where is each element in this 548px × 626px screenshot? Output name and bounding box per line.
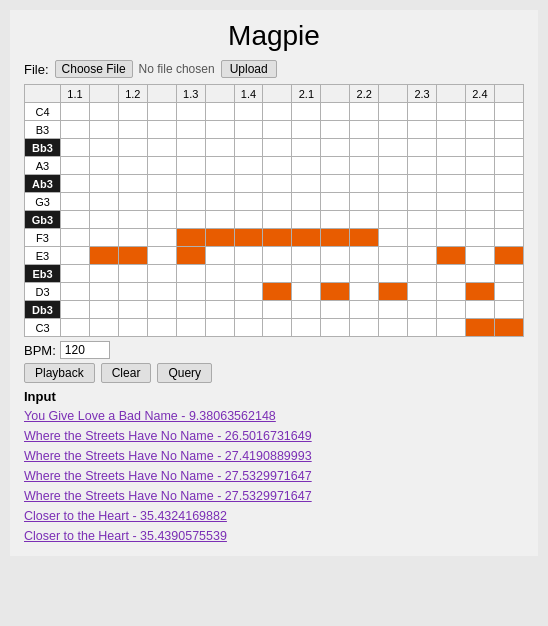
grid-cell[interactable]: [61, 193, 90, 211]
grid-cell[interactable]: [61, 229, 90, 247]
grid-cell[interactable]: [205, 157, 234, 175]
grid-cell[interactable]: [321, 103, 350, 121]
grid-cell[interactable]: [147, 283, 176, 301]
grid-cell[interactable]: [234, 283, 263, 301]
grid-cell[interactable]: [263, 229, 292, 247]
grid-cell[interactable]: [321, 211, 350, 229]
grid-cell[interactable]: [321, 157, 350, 175]
grid-cell[interactable]: [205, 247, 234, 265]
grid-cell[interactable]: [176, 157, 205, 175]
grid-cell[interactable]: [437, 103, 466, 121]
grid-cell[interactable]: [437, 247, 466, 265]
grid-cell[interactable]: [61, 175, 90, 193]
grid-cell[interactable]: [61, 319, 90, 337]
grid-cell[interactable]: [89, 283, 118, 301]
grid-cell[interactable]: [292, 283, 321, 301]
grid-cell[interactable]: [292, 175, 321, 193]
grid-cell[interactable]: [61, 157, 90, 175]
grid-cell[interactable]: [437, 139, 466, 157]
grid-cell[interactable]: [89, 211, 118, 229]
grid-cell[interactable]: [263, 139, 292, 157]
grid-cell[interactable]: [437, 157, 466, 175]
grid-cell[interactable]: [379, 319, 408, 337]
grid-cell[interactable]: [350, 229, 379, 247]
grid-cell[interactable]: [61, 103, 90, 121]
grid-cell[interactable]: [234, 319, 263, 337]
grid-cell[interactable]: [147, 193, 176, 211]
grid-cell[interactable]: [176, 121, 205, 139]
grid-cell[interactable]: [350, 319, 379, 337]
grid-cell[interactable]: [147, 139, 176, 157]
grid-cell[interactable]: [321, 265, 350, 283]
grid-cell[interactable]: [147, 265, 176, 283]
grid-cell[interactable]: [292, 139, 321, 157]
grid-cell[interactable]: [176, 229, 205, 247]
grid-cell[interactable]: [89, 103, 118, 121]
input-link[interactable]: Where the Streets Have No Name - 27.5329…: [24, 466, 524, 486]
grid-cell[interactable]: [465, 229, 494, 247]
grid-cell[interactable]: [379, 121, 408, 139]
grid-cell[interactable]: [118, 247, 147, 265]
grid-cell[interactable]: [292, 319, 321, 337]
grid-cell[interactable]: [234, 103, 263, 121]
grid-cell[interactable]: [379, 301, 408, 319]
grid-cell[interactable]: [465, 103, 494, 121]
grid-cell[interactable]: [205, 229, 234, 247]
grid-cell[interactable]: [494, 193, 523, 211]
grid-cell[interactable]: [292, 157, 321, 175]
grid-cell[interactable]: [263, 319, 292, 337]
grid-cell[interactable]: [147, 157, 176, 175]
grid-cell[interactable]: [379, 175, 408, 193]
grid-cell[interactable]: [89, 319, 118, 337]
grid-cell[interactable]: [61, 121, 90, 139]
grid-cell[interactable]: [350, 157, 379, 175]
grid-cell[interactable]: [292, 247, 321, 265]
grid-cell[interactable]: [408, 139, 437, 157]
grid-cell[interactable]: [408, 229, 437, 247]
grid-cell[interactable]: [437, 283, 466, 301]
grid-cell[interactable]: [465, 193, 494, 211]
grid-cell[interactable]: [465, 211, 494, 229]
grid-cell[interactable]: [118, 283, 147, 301]
grid-cell[interactable]: [118, 193, 147, 211]
grid-cell[interactable]: [321, 175, 350, 193]
grid-cell[interactable]: [494, 247, 523, 265]
grid-cell[interactable]: [176, 247, 205, 265]
grid-cell[interactable]: [350, 175, 379, 193]
grid-cell[interactable]: [408, 193, 437, 211]
grid-cell[interactable]: [176, 103, 205, 121]
grid-cell[interactable]: [379, 247, 408, 265]
grid-cell[interactable]: [465, 247, 494, 265]
grid-cell[interactable]: [465, 301, 494, 319]
grid-cell[interactable]: [437, 211, 466, 229]
input-link[interactable]: You Give Love a Bad Name - 9.38063562148: [24, 406, 524, 426]
grid-cell[interactable]: [205, 301, 234, 319]
grid-cell[interactable]: [350, 283, 379, 301]
grid-cell[interactable]: [465, 319, 494, 337]
grid-cell[interactable]: [89, 139, 118, 157]
grid-cell[interactable]: [292, 103, 321, 121]
grid-cell[interactable]: [437, 121, 466, 139]
grid-cell[interactable]: [437, 175, 466, 193]
grid-cell[interactable]: [437, 229, 466, 247]
grid-cell[interactable]: [205, 103, 234, 121]
grid-cell[interactable]: [379, 211, 408, 229]
grid-cell[interactable]: [205, 319, 234, 337]
grid-cell[interactable]: [263, 283, 292, 301]
grid-cell[interactable]: [89, 157, 118, 175]
grid-cell[interactable]: [379, 229, 408, 247]
grid-cell[interactable]: [89, 301, 118, 319]
grid-cell[interactable]: [118, 103, 147, 121]
grid-cell[interactable]: [437, 301, 466, 319]
grid-cell[interactable]: [147, 229, 176, 247]
grid-cell[interactable]: [118, 175, 147, 193]
grid-cell[interactable]: [176, 319, 205, 337]
grid-cell[interactable]: [465, 157, 494, 175]
grid-cell[interactable]: [89, 229, 118, 247]
grid-cell[interactable]: [465, 175, 494, 193]
grid-cell[interactable]: [494, 229, 523, 247]
grid-cell[interactable]: [350, 139, 379, 157]
grid-cell[interactable]: [292, 211, 321, 229]
grid-cell[interactable]: [234, 247, 263, 265]
grid-cell[interactable]: [176, 301, 205, 319]
